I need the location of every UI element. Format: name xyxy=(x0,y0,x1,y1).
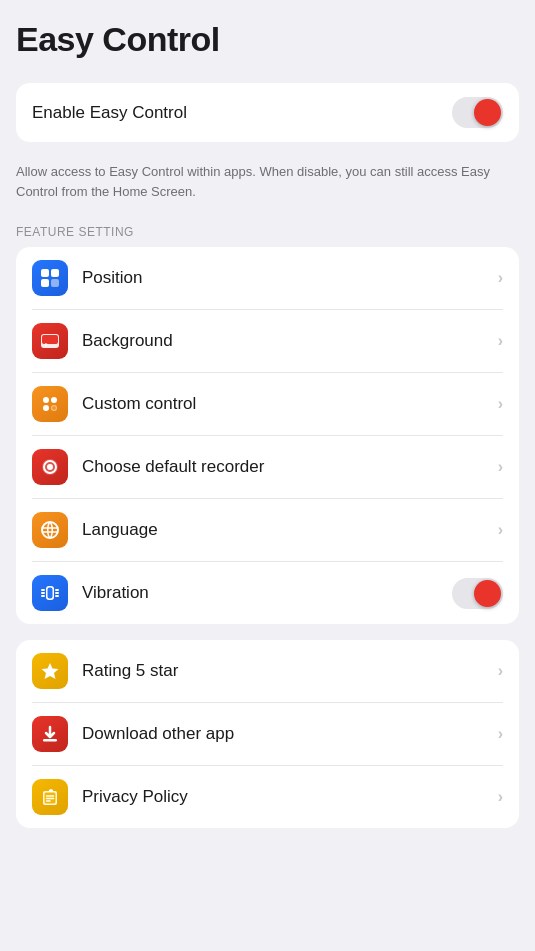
description-text: Allow access to Easy Control within apps… xyxy=(16,158,519,217)
list-item[interactable]: Background › xyxy=(32,310,503,373)
vibration-toggle[interactable] xyxy=(452,578,503,609)
background-chevron: › xyxy=(498,332,503,350)
feature-card: Position › Background › Custom cont xyxy=(16,247,519,624)
svg-point-15 xyxy=(47,464,53,470)
rating-icon xyxy=(32,653,68,689)
list-item[interactable]: Custom control › xyxy=(32,373,503,436)
svg-point-7 xyxy=(43,397,49,403)
page-title: Easy Control xyxy=(16,20,519,59)
section-label: FEATURE SETTING xyxy=(16,217,519,247)
enable-row[interactable]: Enable Easy Control xyxy=(32,83,503,142)
svg-rect-3 xyxy=(51,279,59,287)
enable-card: Enable Easy Control xyxy=(16,83,519,142)
vibration-toggle-thumb xyxy=(474,580,501,607)
custom-control-chevron: › xyxy=(498,395,503,413)
svg-rect-5 xyxy=(42,335,58,344)
svg-marker-27 xyxy=(42,663,59,679)
svg-point-9 xyxy=(43,405,49,411)
enable-label: Enable Easy Control xyxy=(32,103,452,123)
svg-rect-34 xyxy=(49,790,53,793)
list-item[interactable]: Choose default recorder › xyxy=(32,436,503,499)
svg-point-16 xyxy=(42,522,58,538)
svg-rect-28 xyxy=(43,739,57,742)
rating-label: Rating 5 star xyxy=(82,661,490,681)
svg-rect-2 xyxy=(41,279,49,287)
position-icon xyxy=(32,260,68,296)
svg-point-8 xyxy=(51,397,57,403)
rating-chevron: › xyxy=(498,662,503,680)
custom-control-icon xyxy=(32,386,68,422)
list-item[interactable]: Rating 5 star › xyxy=(32,640,503,703)
download-label: Download other app xyxy=(82,724,490,744)
position-chevron: › xyxy=(498,269,503,287)
list-item[interactable]: Privacy Policy › xyxy=(32,766,503,828)
privacy-chevron: › xyxy=(498,788,503,806)
position-label: Position xyxy=(82,268,490,288)
recorder-chevron: › xyxy=(498,458,503,476)
list-item[interactable]: Download other app › xyxy=(32,703,503,766)
download-chevron: › xyxy=(498,725,503,743)
download-icon xyxy=(32,716,68,752)
vibration-icon xyxy=(32,575,68,611)
custom-control-label: Custom control xyxy=(82,394,490,414)
list-item[interactable]: Position › xyxy=(32,247,503,310)
language-label: Language xyxy=(82,520,490,540)
recorder-icon xyxy=(32,449,68,485)
svg-rect-0 xyxy=(41,269,49,277)
enable-toggle[interactable] xyxy=(452,97,503,128)
toggle-thumb xyxy=(474,99,501,126)
vibration-label: Vibration xyxy=(82,583,452,603)
privacy-icon xyxy=(32,779,68,815)
language-icon xyxy=(32,512,68,548)
svg-rect-1 xyxy=(51,269,59,277)
list-item[interactable]: Vibration xyxy=(32,562,503,624)
privacy-label: Privacy Policy xyxy=(82,787,490,807)
background-label: Background xyxy=(82,331,490,351)
other-card: Rating 5 star › Download other app › xyxy=(16,640,519,828)
recorder-label: Choose default recorder xyxy=(82,457,490,477)
list-item[interactable]: Language › xyxy=(32,499,503,562)
language-chevron: › xyxy=(498,521,503,539)
background-icon xyxy=(32,323,68,359)
svg-rect-20 xyxy=(48,588,53,599)
svg-point-6 xyxy=(45,343,48,346)
